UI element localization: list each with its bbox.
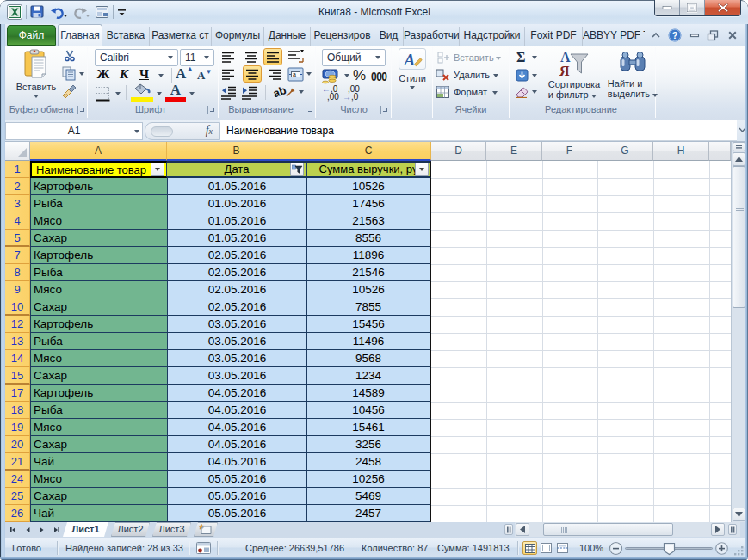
svg-text:Я: Я [559, 64, 570, 77]
svg-text:А: А [560, 50, 571, 65]
svg-text:?: ? [672, 30, 678, 40]
svg-text:A: A [403, 51, 415, 69]
svg-text:ab: ab [273, 83, 288, 100]
svg-text:a: a [293, 71, 296, 77]
